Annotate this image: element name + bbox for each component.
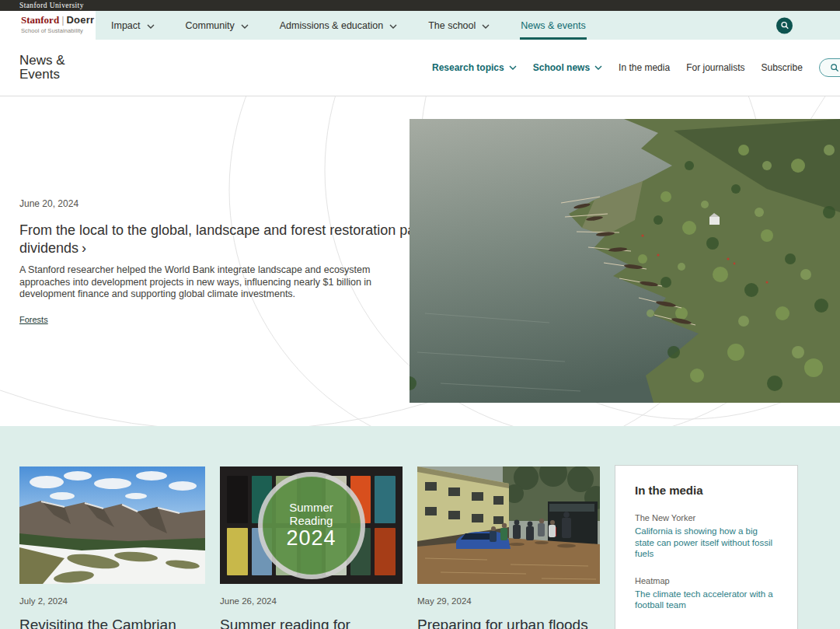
book-cover [227, 476, 248, 523]
media-item: Heatmap The climate tech accelerator wit… [635, 576, 778, 611]
logo-subtitle: School of Sustainability [21, 27, 96, 34]
media-source: Heatmap [635, 576, 778, 585]
book-cover [227, 528, 248, 575]
news-card-headline[interactable]: Revisiting the Cambrian [19, 616, 205, 629]
nav-item-label: The school [428, 20, 476, 31]
nav-item-label: News & events [521, 20, 585, 31]
book-cover [375, 528, 396, 575]
news-card: July 2, 2024 Revisiting the Cambrian [19, 467, 205, 629]
main-navbar: Stanford|Doerr School of Sustainability … [0, 11, 840, 40]
nav-item-label: Impact [111, 20, 141, 31]
news-card-image[interactable] [417, 467, 600, 584]
page-title-line1: News & [19, 54, 65, 68]
nav-item-label: Community [186, 20, 235, 31]
book-cover [375, 476, 396, 523]
in-the-media-title: In the media [635, 484, 778, 497]
news-card: May 29, 2024 Preparing for urban floods … [417, 467, 600, 629]
subnav-label: Research topics [432, 62, 504, 73]
badge-text: 2024 [286, 527, 336, 550]
search-icon [830, 63, 839, 72]
summer-reading-badge: Summer Reading 2024 [263, 477, 361, 575]
nav-item-impact[interactable]: Impact [96, 11, 170, 40]
chevron-right-icon: › [82, 240, 86, 256]
badge-text: Summer [289, 501, 333, 514]
latest-news-section: July 2, 2024 Revisiting the Cambrian [0, 426, 840, 629]
news-card-date: May 29, 2024 [417, 596, 600, 606]
logo-doerr: Doerr [67, 14, 95, 26]
news-events-header: News & Events Research topics School new… [0, 40, 840, 96]
chevron-down-icon [594, 65, 602, 70]
primary-nav: Impact Community Admissions & education … [96, 11, 601, 40]
media-source: The New Yorker [635, 513, 778, 522]
news-subnav: Research topics School news In the media… [432, 40, 840, 96]
chevron-down-icon [509, 65, 517, 70]
page-title: News & Events [19, 54, 65, 81]
subnav-in-the-media[interactable]: In the media [619, 62, 670, 73]
nav-item-news-events[interactable]: News & events [505, 11, 601, 40]
featured-story-image[interactable] [410, 119, 840, 403]
chevron-down-icon [389, 24, 397, 29]
logo-stanford: Stanford [21, 14, 59, 26]
chevron-down-icon [482, 24, 490, 29]
featured-story: June 20, 2024 From the local to the glob… [19, 198, 451, 326]
school-logo[interactable]: Stanford|Doerr School of Sustainability [0, 11, 96, 40]
search-icon [780, 21, 789, 30]
search-all-news-button[interactable]: Search all news [819, 58, 840, 77]
news-card-date: June 26, 2024 [220, 596, 403, 606]
media-item: The New Yorker California is showing how… [635, 513, 778, 560]
nav-item-the-school[interactable]: The school [413, 11, 505, 40]
in-the-media-panel: In the media The New Yorker California i… [615, 465, 798, 629]
topbar: Stanford University [0, 0, 840, 11]
media-link[interactable]: California is showing how a big state ca… [635, 526, 778, 560]
subnav-label: School news [533, 62, 590, 73]
news-card-date: July 2, 2024 [19, 596, 205, 606]
subnav-research-topics[interactable]: Research topics [432, 62, 517, 73]
featured-story-section: June 20, 2024 From the local to the glob… [0, 96, 840, 426]
news-card: Summer Reading 2024 June 26, 2024 Summer… [220, 467, 403, 629]
logo-separator: | [61, 14, 64, 26]
subnav-subscribe[interactable]: Subscribe [761, 62, 802, 73]
nav-item-community[interactable]: Community [170, 11, 264, 40]
chevron-down-icon [241, 24, 249, 29]
news-card-image[interactable] [19, 467, 205, 584]
page-title-line2: Events [19, 68, 65, 82]
news-card-image[interactable]: Summer Reading 2024 [220, 467, 403, 584]
mountain-landscape-photo [19, 467, 205, 584]
chevron-down-icon [147, 24, 155, 29]
logo-wordmark: Stanford|Doerr [21, 14, 96, 26]
media-link[interactable]: The climate tech accelerator with a foot… [635, 589, 778, 611]
urban-flood-photo [417, 467, 600, 584]
nav-item-admissions-education[interactable]: Admissions & education [264, 11, 413, 40]
stanford-university-link[interactable]: Stanford University [19, 2, 84, 9]
subnav-school-news[interactable]: School news [533, 62, 602, 73]
nav-item-label: Admissions & education [280, 20, 383, 31]
featured-story-excerpt: A Stanford researcher helped the World B… [19, 264, 378, 301]
featured-story-date: June 20, 2024 [19, 198, 451, 209]
subnav-for-journalists[interactable]: For journalists [686, 62, 744, 73]
topic-tag-forests[interactable]: Forests [19, 315, 48, 324]
search-button[interactable] [776, 17, 793, 33]
featured-story-headline[interactable]: From the local to the global, landscape … [19, 222, 451, 257]
aerial-lakeshore-photo [410, 119, 840, 403]
badge-text: Reading [290, 514, 333, 527]
news-card-headline[interactable]: Summer reading for inspiration [220, 616, 403, 629]
news-card-headline[interactable]: Preparing for urban floods with [417, 616, 600, 629]
